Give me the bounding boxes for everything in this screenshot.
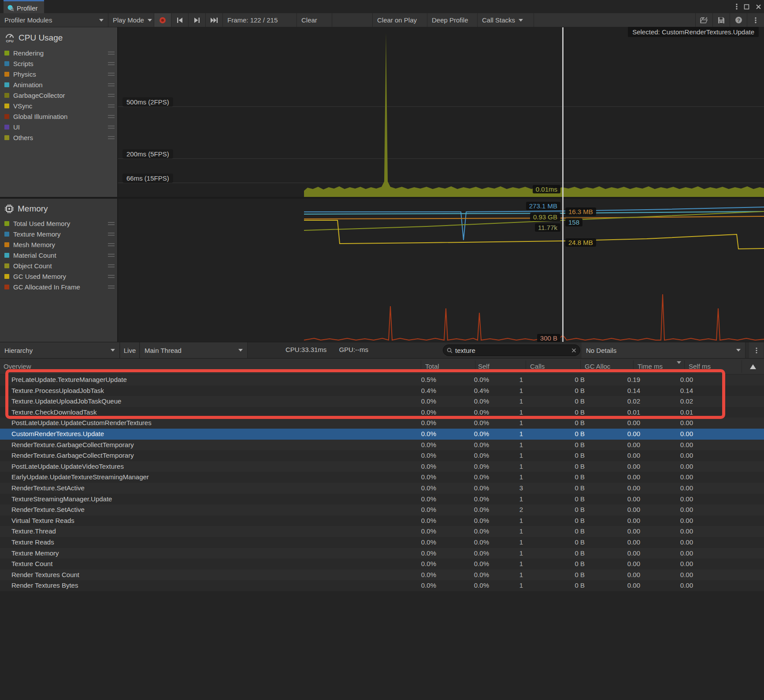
drag-handle-icon[interactable]	[108, 62, 115, 67]
drag-handle-icon[interactable]	[108, 104, 115, 109]
table-row[interactable]: RenderTexture.SetActive0.0%0.0%20 B0.000…	[0, 504, 764, 515]
last-frame-button[interactable]	[206, 13, 223, 27]
legend-item-scripts[interactable]: Scripts	[4, 58, 118, 69]
close-icon[interactable]	[756, 4, 761, 10]
drag-handle-icon[interactable]	[108, 275, 115, 279]
call-stacks-dropdown[interactable]: Call Stacks	[478, 13, 534, 27]
column-divider[interactable]	[475, 360, 475, 373]
first-frame-button[interactable]	[171, 13, 189, 27]
next-frame-button[interactable]	[189, 13, 206, 27]
drag-handle-icon[interactable]	[108, 136, 115, 141]
clear-button[interactable]: Clear	[297, 13, 332, 27]
cpu-module-header[interactable]: CPU CPU Usage	[4, 33, 118, 43]
column-divider[interactable]	[421, 360, 421, 373]
save-profile-button[interactable]	[713, 13, 730, 27]
legend-item-garbagecollector[interactable]: GarbageCollector	[4, 90, 118, 100]
thread-dropdown[interactable]: Main Thread	[140, 342, 248, 358]
drag-handle-icon[interactable]	[108, 254, 115, 258]
memory-module-header[interactable]: Memory	[4, 204, 118, 214]
table-row[interactable]: RenderTexture.SetActive0.0%0.0%30 B0.000…	[0, 483, 764, 494]
drag-handle-icon[interactable]	[108, 285, 115, 290]
drag-handle-icon[interactable]	[108, 52, 115, 56]
drag-handle-icon[interactable]	[108, 264, 115, 269]
table-row[interactable]: Render Textures Count0.0%0.0%10 B0.000.0…	[0, 570, 764, 581]
details-menu-button[interactable]	[749, 342, 764, 358]
table-row[interactable]: Texture.Thread0.0%0.0%10 B0.000.00	[0, 526, 764, 537]
drag-handle-icon[interactable]	[108, 126, 115, 130]
legend-item-vsync[interactable]: VSync	[4, 100, 118, 111]
column-divider[interactable]	[633, 360, 634, 373]
table-row[interactable]: TextureStreamingManager.Update0.0%0.0%10…	[0, 494, 764, 505]
cell-self-ms: 0.00	[680, 559, 693, 570]
legend-item-mesh-memory[interactable]: Mesh Memory	[4, 239, 118, 250]
memory-module-panel: Memory Total Used MemoryTexture MemoryMe…	[0, 199, 118, 342]
legend-item-gc-allocated-in-frame[interactable]: GC Allocated In Frame	[4, 281, 118, 292]
profiler-tab[interactable]: Profiler	[4, 0, 44, 15]
legend-item-material-count[interactable]: Material Count	[4, 250, 118, 260]
column-header-gc-alloc[interactable]: GC Alloc	[585, 363, 610, 370]
table-row[interactable]: PostLateUpdate.UpdateCustomRenderTexture…	[0, 418, 764, 429]
toolbar-menu-button[interactable]	[747, 13, 764, 27]
column-header-self-ms[interactable]: Self ms	[689, 363, 711, 370]
table-row[interactable]: CustomRenderTextures.Update0.0%0.0%10 B0…	[0, 429, 764, 440]
hierarchy-view-dropdown[interactable]: Hierarchy	[0, 342, 120, 358]
deep-profile-toggle[interactable]: Deep Profile	[427, 13, 478, 27]
column-divider[interactable]	[526, 360, 526, 373]
table-row[interactable]: Render Textures Bytes0.0%0.0%10 B0.000.0…	[0, 580, 764, 591]
drag-handle-icon[interactable]	[108, 73, 115, 77]
legend-item-physics[interactable]: Physics	[4, 69, 118, 79]
search-input[interactable]: texture	[443, 344, 580, 356]
table-row[interactable]: Texture Count0.0%0.0%10 B0.000.00	[0, 559, 764, 570]
table-row[interactable]: Texture.CheckDownloadTask0.0%0.0%10 B0.0…	[0, 407, 764, 418]
table-row[interactable]: Texture.ProcessUploadJobTask0.4%0.4%10 B…	[0, 385, 764, 396]
pane-divider[interactable]	[0, 197, 764, 199]
legend-item-texture-memory[interactable]: Texture Memory	[4, 229, 118, 239]
table-row[interactable]: Virtual Texture Reads0.0%0.0%10 B0.000.0…	[0, 515, 764, 526]
cpu-usage-chart[interactable]	[118, 27, 764, 197]
drag-handle-icon[interactable]	[108, 94, 115, 98]
column-header-self[interactable]: Self	[478, 363, 490, 370]
live-toggle[interactable]: Live	[120, 342, 140, 358]
expand-pane-button[interactable]	[746, 361, 760, 372]
legend-item-animation[interactable]: Animation	[4, 79, 118, 90]
help-button[interactable]: ?	[730, 13, 747, 27]
table-row[interactable]: Texture.UpdateUploadJobTaskQueue0.0%0.0%…	[0, 396, 764, 407]
drag-handle-icon[interactable]	[108, 83, 115, 88]
drag-handle-icon[interactable]	[108, 115, 115, 119]
profiler-modules-dropdown[interactable]: Profiler Modules	[0, 13, 108, 27]
table-row[interactable]: PostLateUpdate.UpdateVideoTextures0.0%0.…	[0, 461, 764, 472]
drag-handle-icon[interactable]	[108, 243, 115, 248]
window-menu-icon[interactable]	[736, 3, 738, 10]
maximize-icon[interactable]	[744, 4, 749, 10]
legend-item-global-illumination[interactable]: Global Illumination	[4, 111, 118, 122]
play-mode-dropdown[interactable]: Play Mode	[108, 13, 154, 27]
table-row[interactable]: PreLateUpdate.TextureManagerUpdate0.5%0.…	[0, 374, 764, 385]
legend-item-total-used-memory[interactable]: Total Used Memory	[4, 218, 118, 229]
drag-handle-icon[interactable]	[108, 233, 115, 237]
details-view-dropdown[interactable]: No Details	[582, 342, 745, 358]
legend-item-ui[interactable]: UI	[4, 122, 118, 132]
column-header-total[interactable]: Total	[425, 363, 439, 370]
drag-handle-icon[interactable]	[108, 222, 115, 226]
column-divider[interactable]	[580, 360, 581, 373]
column-divider[interactable]	[684, 360, 685, 373]
legend-item-others[interactable]: Others	[4, 132, 118, 143]
legend-item-rendering[interactable]: Rendering	[4, 48, 118, 58]
legend-item-object-count[interactable]: Object Count	[4, 260, 118, 271]
clear-on-play-toggle[interactable]: Clear on Play	[373, 13, 427, 27]
record-button[interactable]	[154, 13, 171, 27]
table-row[interactable]: Texture Reads0.0%0.0%10 B0.000.00	[0, 537, 764, 548]
table-row[interactable]: RenderTexture.GarbageCollectTemporary0.0…	[0, 440, 764, 451]
table-row[interactable]: Texture Memory0.0%0.0%10 B0.000.00	[0, 548, 764, 559]
column-header-calls[interactable]: Calls	[530, 363, 545, 370]
load-profile-button[interactable]	[696, 13, 713, 27]
table-row[interactable]: EarlyUpdate.UpdateTextureStreamingManage…	[0, 472, 764, 483]
column-header-overview[interactable]: Overview	[4, 363, 31, 370]
current-frame-indicator[interactable]	[562, 27, 564, 342]
table-row[interactable]: RenderTexture.GarbageCollectTemporary0.0…	[0, 450, 764, 461]
memory-chart[interactable]	[118, 199, 764, 342]
column-divider[interactable]	[742, 360, 742, 373]
legend-item-gc-used-memory[interactable]: GC Used Memory	[4, 271, 118, 281]
clear-search-icon[interactable]	[571, 348, 576, 353]
column-header-time-ms[interactable]: Time ms	[638, 363, 663, 370]
